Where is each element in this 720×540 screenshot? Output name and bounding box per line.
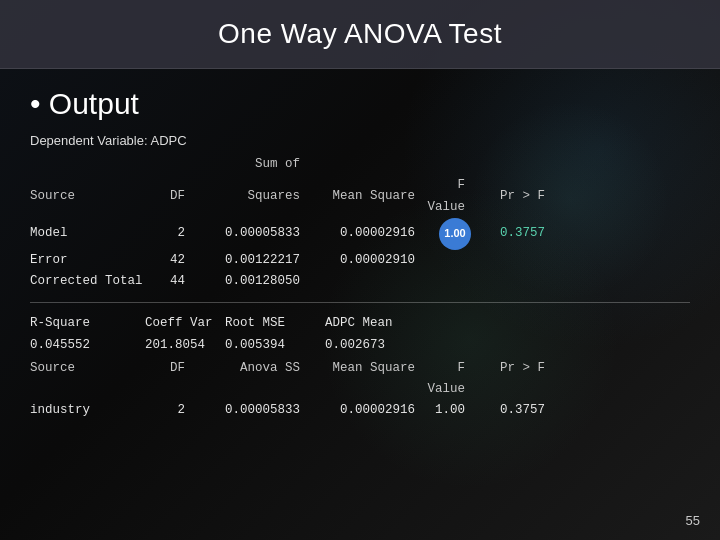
section-heading: • Output (30, 87, 690, 121)
fvalue-circle: 1.00 (439, 218, 471, 250)
col-header-df: DF (145, 186, 185, 207)
dependent-variable-label: Dependent Variable: ADPC (30, 133, 690, 148)
row2-ms: 0.00002910 (300, 250, 415, 271)
row-industry-ss: 0.00005833 (185, 400, 300, 421)
row3-ss: 0.00128050 (185, 271, 300, 292)
row2-ss: 0.00122217 (185, 250, 300, 271)
root-mse-label: Root MSE (225, 313, 325, 334)
r-square-label: R-Square (30, 313, 145, 334)
table2-data-row: industry 2 0.00005833 0.00002916 1.00 0.… (30, 400, 690, 421)
row1-fval: 1.00 (415, 218, 475, 250)
row2-source: Error (30, 250, 145, 271)
table-header-sum-row: Sum of (30, 154, 690, 175)
col2-header-ms: Mean Square (300, 358, 415, 401)
row1-df: 2 (145, 223, 185, 244)
row3-source: Corrected Total (30, 271, 145, 292)
page-title: One Way ANOVA Test (0, 0, 720, 69)
col-header-pr: Pr > F (475, 186, 545, 207)
row-industry-source: industry (30, 400, 145, 421)
row3-df: 44 (145, 271, 185, 292)
row-industry-df: 2 (145, 400, 185, 421)
col2-header-ss: Anova SS (185, 358, 300, 401)
r-square-val: 0.045552 (30, 335, 145, 356)
table-column-headers: Source DF Squares Mean Square F Value Pr… (30, 175, 690, 218)
r-square-values-row: 0.045552 201.8054 0.005394 0.002673 (30, 335, 690, 356)
col-header-ms: Mean Square (300, 186, 415, 207)
col-header-fval: F Value (415, 175, 475, 218)
r-square-labels-row: R-Square Coeff Var Root MSE ADPC Mean (30, 313, 690, 334)
row1-pr: 0.3757 (475, 223, 545, 244)
col-header-ss: Squares (185, 186, 300, 207)
col2-header-source: Source (30, 358, 145, 401)
row2-df: 42 (145, 250, 185, 271)
row1-source: Model (30, 223, 145, 244)
table-row: Model 2 0.00005833 0.00002916 1.00 0.375… (30, 218, 690, 250)
table-row: Error 42 0.00122217 0.00002910 (30, 250, 690, 271)
col2-header-df: DF (145, 358, 185, 401)
row1-ms: 0.00002916 (300, 223, 415, 244)
page-number: 55 (686, 513, 700, 528)
coeff-var-label: Coeff Var (145, 313, 225, 334)
col2-header-pr: Pr > F (475, 358, 545, 401)
row-industry-ms: 0.00002916 (300, 400, 415, 421)
col-header-source: Source (30, 186, 145, 207)
coeff-var-val: 201.8054 (145, 335, 225, 356)
section-divider (30, 302, 690, 303)
r-square-section: R-Square Coeff Var Root MSE ADPC Mean 0.… (30, 313, 690, 421)
row-industry-fval: 1.00 (415, 400, 475, 421)
table2-column-headers: Source DF Anova SS Mean Square F Value P… (30, 358, 690, 401)
sum-of-label: Sum of (255, 157, 300, 171)
col2-header-fval: F Value (415, 358, 475, 401)
row-industry-pr: 0.3757 (475, 400, 545, 421)
adpc-mean-val: 0.002673 (325, 335, 445, 356)
root-mse-val: 0.005394 (225, 335, 325, 356)
row1-ss: 0.00005833 (185, 223, 300, 244)
adpc-mean-label: ADPC Mean (325, 313, 445, 334)
table-row: Corrected Total 44 0.00128050 (30, 271, 690, 292)
